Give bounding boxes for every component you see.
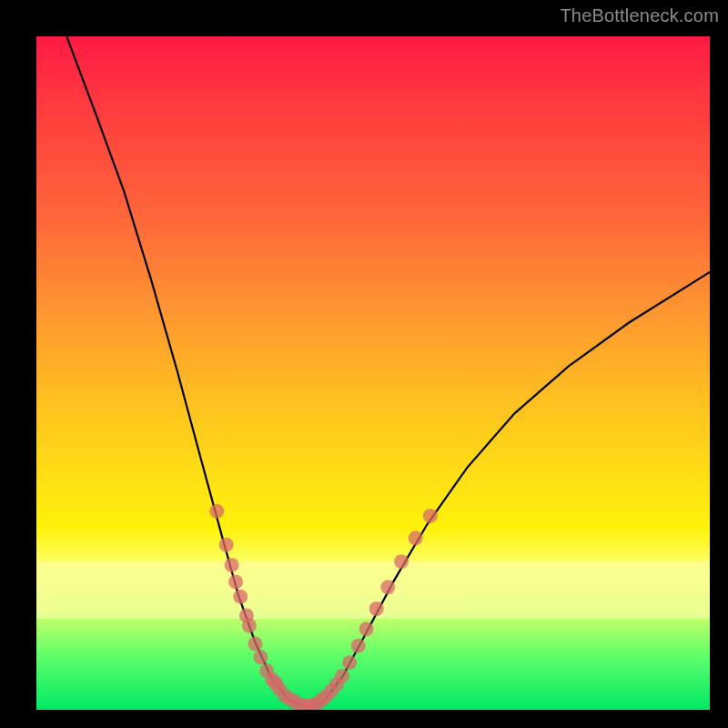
curve-marker	[248, 636, 263, 651]
curve-marker	[342, 655, 357, 670]
curve-marker	[225, 558, 239, 572]
curve-marker	[351, 639, 366, 653]
curve-marker	[253, 650, 268, 664]
curve-marker	[242, 619, 257, 633]
bottleneck-curve-svg	[36, 36, 710, 710]
curve-markers	[209, 504, 438, 710]
curve-marker	[380, 580, 395, 594]
watermark-text: TheBottleneck.com	[560, 5, 719, 26]
curve-marker	[233, 590, 248, 604]
curve-marker	[209, 504, 224, 519]
curve-marker	[394, 554, 409, 569]
curve-marker	[359, 622, 374, 636]
curve-marker	[228, 574, 243, 589]
chart-frame: TheBottleneck.com	[0, 0, 728, 728]
plot-area	[36, 36, 710, 710]
curve-marker	[409, 531, 423, 545]
bottleneck-curve	[66, 36, 710, 707]
curve-marker	[219, 538, 234, 552]
curve-marker	[423, 509, 438, 523]
curve-marker	[335, 669, 349, 683]
curve-marker	[369, 602, 384, 616]
